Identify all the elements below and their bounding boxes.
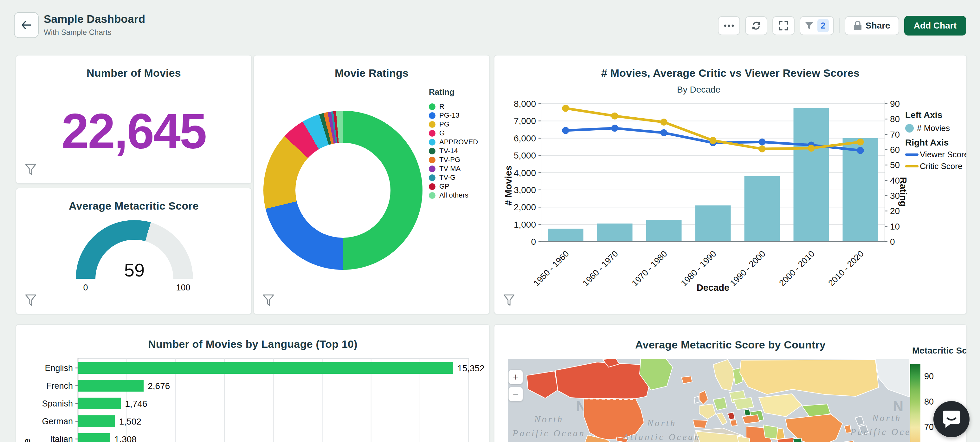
svg-text:6,000: 6,000 bbox=[514, 134, 536, 143]
svg-text:2010 - 2020: 2010 - 2020 bbox=[827, 249, 865, 288]
legend-swatch bbox=[429, 104, 436, 110]
map-legend-tick: 80 bbox=[924, 397, 934, 407]
ocean-label: Atlantic Ocean bbox=[622, 432, 701, 442]
svg-text:2000 - 2010: 2000 - 2010 bbox=[778, 249, 816, 288]
svg-text:0: 0 bbox=[890, 237, 895, 247]
chat-launcher-button[interactable] bbox=[934, 401, 970, 437]
legend-label: TV-MA bbox=[439, 164, 461, 173]
map-zoom-in-button[interactable]: + bbox=[508, 370, 523, 384]
country-turkey[interactable] bbox=[742, 415, 759, 424]
gauge-value: 59 bbox=[76, 259, 193, 281]
legend-left-axis-heading: Left Axis bbox=[905, 110, 967, 120]
legend-label: R bbox=[439, 102, 444, 111]
legend-label: All others bbox=[439, 191, 468, 199]
legend-swatch bbox=[429, 192, 436, 199]
ratings-donut[interactable] bbox=[263, 111, 423, 270]
filter-icon[interactable] bbox=[263, 294, 274, 306]
country-kazakhstan[interactable] bbox=[759, 394, 802, 416]
country-ukraine[interactable] bbox=[733, 397, 754, 410]
legend-label: TV-14 bbox=[439, 147, 458, 155]
add-chart-button[interactable]: Add Chart bbox=[904, 16, 966, 35]
filter-icon[interactable] bbox=[25, 294, 37, 306]
legend-item[interactable]: TV-MA bbox=[429, 164, 478, 173]
legend-item[interactable]: PG bbox=[429, 120, 478, 129]
country-balkan[interactable] bbox=[728, 412, 735, 420]
combo-chart-svg[interactable]: 01,0002,0003,0004,0005,0006,0007,0008,00… bbox=[495, 56, 967, 314]
country-france[interactable] bbox=[699, 404, 716, 419]
svg-text:90: 90 bbox=[890, 99, 900, 109]
legend-label: G bbox=[439, 129, 445, 137]
share-label: Share bbox=[865, 21, 890, 31]
arrow-left-icon bbox=[20, 20, 32, 30]
map-tile-label: NO bbox=[893, 398, 910, 415]
svg-text:10: 10 bbox=[890, 222, 900, 231]
language-chart-svg[interactable]: English15,352French2,676Spanish1,746Germ… bbox=[16, 325, 490, 442]
gauge-max-label: 100 bbox=[176, 283, 190, 293]
country-germany[interactable] bbox=[713, 397, 727, 410]
svg-text:3,000: 3,000 bbox=[514, 185, 536, 195]
svg-text:15,352: 15,352 bbox=[457, 363, 485, 373]
header-actions: 2 Share Add Chart bbox=[718, 16, 966, 35]
refresh-button[interactable] bbox=[745, 16, 767, 35]
card-movies-by-language: Number of Movies by Language (Top 10) En… bbox=[16, 324, 490, 442]
country-vietnam[interactable] bbox=[848, 441, 856, 442]
map-zoom-out-button[interactable]: − bbox=[508, 387, 523, 401]
svg-text:4,000: 4,000 bbox=[514, 168, 536, 178]
world-map[interactable]: NO NO bbox=[508, 359, 910, 442]
svg-text:2,000: 2,000 bbox=[514, 202, 536, 212]
country-russia[interactable] bbox=[740, 359, 878, 396]
country-nepal[interactable] bbox=[793, 438, 802, 442]
country-spain[interactable] bbox=[693, 420, 708, 428]
share-button[interactable]: Share bbox=[845, 16, 899, 35]
legend-item[interactable]: # Movies bbox=[905, 123, 967, 133]
legend-item[interactable]: G bbox=[429, 129, 478, 137]
country-japan-north[interactable] bbox=[855, 416, 864, 426]
donut-hole bbox=[295, 143, 390, 238]
ocean-label: North bbox=[534, 414, 564, 424]
header: Sample Dashboard With Sample Charts bbox=[0, 0, 980, 51]
gauge-min-label: 0 bbox=[83, 283, 88, 293]
legend-item[interactable]: Viewer Score bbox=[905, 150, 967, 160]
card-title: Number of Movies bbox=[16, 67, 251, 79]
legend-item[interactable]: Critic Score bbox=[905, 161, 967, 171]
legend-item[interactable]: PG-13 bbox=[429, 111, 478, 120]
svg-text:2,676: 2,676 bbox=[148, 381, 170, 391]
svg-text:7,000: 7,000 bbox=[514, 116, 536, 126]
page-subtitle: With Sample Charts bbox=[44, 28, 145, 37]
legend-right-axis-heading: Right Axis bbox=[905, 137, 967, 148]
svg-text:1990 - 2000: 1990 - 2000 bbox=[729, 249, 767, 288]
more-button[interactable] bbox=[718, 16, 740, 35]
legend-item[interactable]: All others bbox=[429, 191, 478, 200]
legend-item[interactable]: TV-14 bbox=[429, 147, 478, 155]
fullscreen-button[interactable] bbox=[772, 16, 795, 35]
country-ireland[interactable] bbox=[694, 396, 699, 403]
svg-text:Italian: Italian bbox=[50, 434, 73, 442]
country-italy[interactable] bbox=[716, 413, 727, 425]
legend-item[interactable]: APPROVED bbox=[429, 137, 478, 147]
card-number-of-movies: Number of Movies 22,645 bbox=[16, 55, 252, 184]
region-ne-siberia[interactable] bbox=[875, 359, 910, 397]
dashboard-filter-button[interactable]: 2 bbox=[800, 16, 834, 35]
dashboard-page: { "header": { "title": "Sample Dashboard… bbox=[0, 0, 980, 442]
filter-icon[interactable] bbox=[25, 164, 37, 176]
legend-swatch bbox=[429, 130, 436, 137]
region-caucasus[interactable] bbox=[744, 409, 751, 416]
country-canada[interactable] bbox=[555, 362, 651, 399]
region-scandinavia[interactable] bbox=[713, 359, 735, 391]
legend-item[interactable]: TV-PG bbox=[429, 155, 478, 164]
back-button[interactable] bbox=[14, 12, 39, 38]
legend-item[interactable]: R bbox=[429, 102, 478, 111]
svg-text:Language: Language bbox=[22, 439, 32, 442]
country-iran[interactable] bbox=[763, 425, 778, 439]
legend-item[interactable]: GP bbox=[429, 182, 478, 191]
legend-item[interactable]: TV-G bbox=[429, 173, 478, 182]
country-alaska[interactable] bbox=[527, 371, 558, 398]
legend-swatch bbox=[905, 124, 914, 132]
legend-label: # Movies bbox=[917, 123, 950, 133]
card-movie-ratings: Movie Ratings Rating RPG-13PGGAPPROVEDTV… bbox=[253, 55, 490, 314]
svg-text:German: German bbox=[42, 416, 73, 426]
country-uk[interactable] bbox=[699, 391, 708, 405]
country-iceland[interactable] bbox=[681, 376, 692, 384]
filter-icon[interactable] bbox=[503, 294, 515, 306]
country-greece[interactable] bbox=[730, 420, 737, 426]
